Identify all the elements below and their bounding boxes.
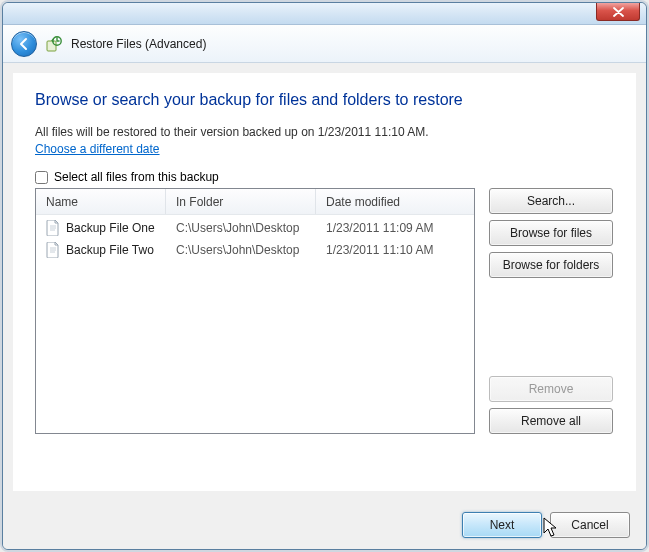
file-date: 1/23/2011 11:09 AM xyxy=(316,221,474,235)
restore-files-window: Restore Files (Advanced) Browse or searc… xyxy=(2,2,647,550)
select-all-label: Select all files from this backup xyxy=(54,170,219,184)
select-all-row: Select all files from this backup xyxy=(35,170,614,184)
restore-files-icon xyxy=(45,35,63,53)
file-list[interactable]: Name In Folder Date modified Backup File… xyxy=(35,188,475,434)
back-button[interactable] xyxy=(11,31,37,57)
file-name: Backup File One xyxy=(66,221,155,235)
remove-button: Remove xyxy=(489,376,613,402)
file-folder: C:\Users\John\Desktop xyxy=(166,221,316,235)
file-icon xyxy=(46,220,60,236)
file-name: Backup File Two xyxy=(66,243,154,257)
window-title: Restore Files (Advanced) xyxy=(71,37,206,51)
restore-info-text: All files will be restored to their vers… xyxy=(35,125,614,139)
file-icon xyxy=(46,242,60,258)
choose-date-link[interactable]: Choose a different date xyxy=(35,142,160,156)
page-heading: Browse or search your backup for files a… xyxy=(35,91,614,109)
browse-folders-button[interactable]: Browse for folders xyxy=(489,252,613,278)
header-bar: Restore Files (Advanced) xyxy=(3,25,646,63)
close-button[interactable] xyxy=(596,3,640,21)
side-buttons: Search... Browse for files Browse for fo… xyxy=(489,188,613,434)
cancel-button[interactable]: Cancel xyxy=(550,512,630,538)
table-row[interactable]: Backup File One C:\Users\John\Desktop 1/… xyxy=(36,217,474,239)
titlebar xyxy=(3,3,646,25)
select-all-checkbox[interactable] xyxy=(35,171,48,184)
close-icon xyxy=(613,7,624,17)
remove-all-button[interactable]: Remove all xyxy=(489,408,613,434)
file-list-header: Name In Folder Date modified xyxy=(36,189,474,215)
file-date: 1/23/2011 11:10 AM xyxy=(316,243,474,257)
column-header-name[interactable]: Name xyxy=(36,189,166,214)
column-header-date[interactable]: Date modified xyxy=(316,189,474,214)
file-list-body: Backup File One C:\Users\John\Desktop 1/… xyxy=(36,215,474,263)
column-header-folder[interactable]: In Folder xyxy=(166,189,316,214)
arrow-left-icon xyxy=(17,37,31,51)
table-row[interactable]: Backup File Two C:\Users\John\Desktop 1/… xyxy=(36,239,474,261)
file-folder: C:\Users\John\Desktop xyxy=(166,243,316,257)
footer: Next Cancel xyxy=(3,501,646,549)
content-area: Browse or search your backup for files a… xyxy=(13,73,636,491)
svg-rect-0 xyxy=(47,41,56,51)
next-button[interactable]: Next xyxy=(462,512,542,538)
browse-files-button[interactable]: Browse for files xyxy=(489,220,613,246)
search-button[interactable]: Search... xyxy=(489,188,613,214)
